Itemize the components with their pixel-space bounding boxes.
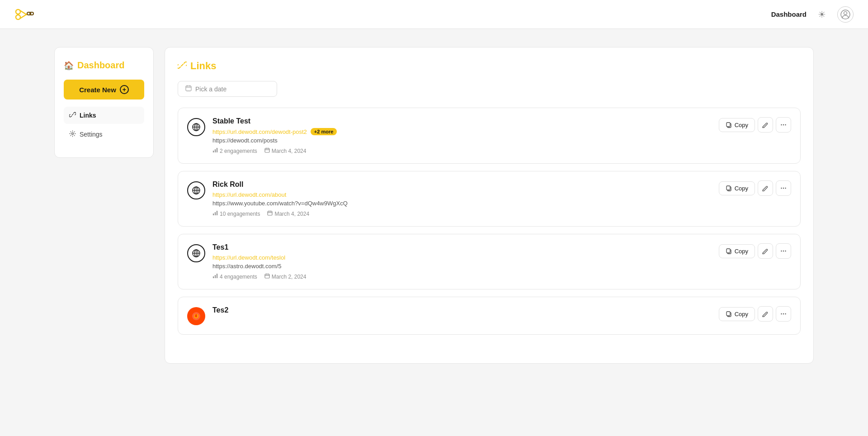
sidebar: 🏠 Dashboard Create New + Links	[54, 47, 154, 158]
link-info: Tes2	[212, 306, 712, 319]
more-button[interactable]	[776, 180, 791, 196]
link-meta: 2 engagements March 4, 2024	[212, 147, 712, 154]
copy-button[interactable]: Copy	[719, 118, 755, 132]
copy-icon	[726, 185, 732, 191]
create-new-button[interactable]: Create New +	[64, 80, 144, 100]
link-globe-icon	[187, 244, 205, 262]
nav-right: Dashboard ☀	[771, 6, 854, 23]
engagements-text: 4 engagements	[220, 274, 257, 280]
link-card: Tes1 https://url.dewodt.com/teslol https…	[178, 234, 801, 289]
copy-button[interactable]: Copy	[719, 244, 755, 258]
theme-toggle-button[interactable]: ☀	[814, 6, 830, 23]
link-short-url[interactable]: https://url.dewodt.com/dewodt-post2	[212, 128, 307, 135]
svg-point-0	[16, 9, 20, 14]
logo-icon	[14, 6, 36, 23]
more-button[interactable]	[776, 306, 791, 322]
more-button[interactable]	[776, 243, 791, 259]
plus-icon: +	[120, 85, 129, 94]
sidebar-item-settings[interactable]: Settings	[64, 126, 144, 143]
svg-point-21	[783, 124, 784, 125]
calendar-meta-icon	[264, 273, 270, 280]
svg-rect-40	[213, 276, 214, 278]
date-picker-placeholder: Pick a date	[195, 85, 226, 93]
link-url-row: https://url.dewodt.com/about	[212, 191, 712, 198]
create-new-label: Create New	[79, 86, 116, 94]
more-dots-icon	[780, 248, 787, 254]
sidebar-item-links[interactable]: Links	[64, 107, 144, 124]
svg-point-1	[16, 15, 20, 19]
link-actions: Copy	[719, 180, 791, 196]
svg-rect-45	[726, 249, 730, 253]
link-title: Stable Test	[212, 117, 712, 125]
link-info: Tes1 https://url.dewodt.com/teslol https…	[212, 243, 712, 280]
sidebar-title-label: Dashboard	[77, 60, 124, 71]
link-globe-icon	[187, 118, 205, 136]
copy-button[interactable]: Copy	[719, 181, 755, 195]
svg-point-34	[783, 188, 784, 189]
svg-rect-41	[215, 275, 216, 278]
link-destination: https://www.youtube.com/watch?v=dQw4w9Wg…	[212, 200, 712, 207]
date-picker[interactable]: Pick a date	[178, 81, 277, 97]
calendar-meta-icon	[264, 147, 270, 154]
svg-point-48	[785, 251, 786, 251]
svg-rect-28	[215, 212, 216, 215]
svg-rect-19	[726, 123, 730, 127]
edit-button[interactable]	[758, 117, 773, 133]
svg-rect-27	[213, 213, 214, 215]
sidebar-links-label: Links	[80, 112, 96, 119]
copy-icon	[726, 122, 732, 128]
link-info: Rick Roll https://url.dewodt.com/about h…	[212, 180, 712, 217]
svg-point-8	[72, 133, 74, 135]
edit-button[interactable]	[758, 243, 773, 259]
engagements-meta: 2 engagements	[212, 147, 257, 154]
link-short-url[interactable]: https://url.dewodt.com/about	[212, 191, 286, 198]
link-card: Rick Roll https://url.dewodt.com/about h…	[178, 171, 801, 227]
link-actions: Copy	[719, 243, 791, 259]
svg-rect-17	[265, 148, 269, 152]
engagements-icon	[212, 273, 218, 280]
svg-point-22	[785, 124, 786, 125]
links-title-icon	[178, 61, 187, 72]
link-title: Tes2	[212, 306, 712, 314]
svg-rect-32	[726, 186, 730, 190]
sidebar-settings-label: Settings	[80, 131, 103, 138]
engagements-meta: 4 engagements	[212, 273, 257, 280]
more-button[interactable]	[776, 117, 791, 133]
svg-rect-15	[215, 149, 216, 152]
link-short-url[interactable]: https://url.dewodt.com/teslol	[212, 254, 285, 261]
svg-line-3	[20, 14, 27, 19]
engagements-text: 10 engagements	[220, 211, 260, 217]
copy-label: Copy	[735, 248, 748, 255]
avatar-icon	[840, 9, 850, 19]
date-meta: March 4, 2024	[267, 210, 309, 217]
svg-point-20	[781, 124, 782, 125]
link-destination: https://astro.dewodt.com/5	[212, 263, 712, 270]
copy-icon	[726, 248, 732, 254]
calendar-meta-icon	[267, 210, 273, 217]
engagements-text: 2 engagements	[220, 148, 257, 154]
link-url-row: https://url.dewodt.com/dewodt-post2+2 mo…	[212, 128, 712, 135]
links-icon	[69, 111, 76, 119]
svg-rect-29	[217, 211, 217, 215]
main-layout: 🏠 Dashboard Create New + Links	[0, 29, 868, 382]
link-info: Stable Test https://url.dewodt.com/dewod…	[212, 117, 712, 154]
sidebar-title: 🏠 Dashboard	[64, 60, 144, 71]
svg-point-55	[785, 313, 786, 314]
edit-button[interactable]	[758, 180, 773, 196]
copy-button[interactable]: Copy	[719, 307, 755, 321]
user-avatar[interactable]	[837, 6, 854, 23]
settings-icon	[69, 130, 76, 138]
date-text: March 4, 2024	[274, 211, 309, 217]
more-dots-icon	[780, 122, 787, 128]
link-cards-container: Stable Test https://url.dewodt.com/dewod…	[178, 108, 801, 335]
content-area: Links Pick a date Stable T	[165, 47, 814, 364]
content-title-label: Links	[190, 60, 216, 72]
svg-point-35	[785, 188, 786, 189]
copy-icon	[726, 311, 732, 317]
calendar-icon	[185, 85, 192, 93]
link-globe-icon	[187, 181, 205, 199]
link-globe-icon	[187, 307, 205, 325]
svg-point-54	[783, 313, 784, 314]
edit-icon	[762, 185, 769, 191]
edit-button[interactable]	[758, 306, 773, 322]
